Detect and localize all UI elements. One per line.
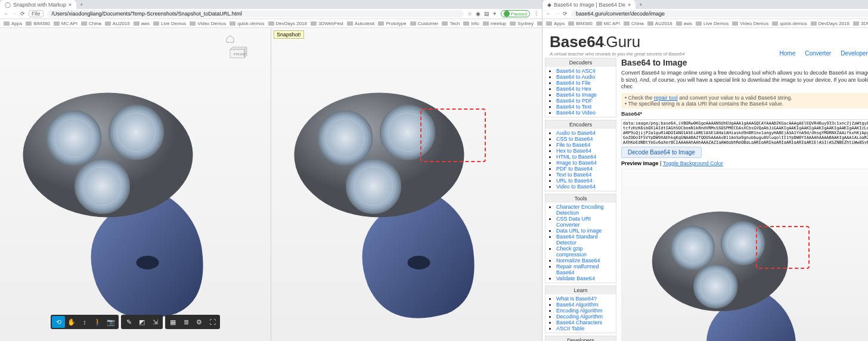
nav-home[interactable]: Home [780, 50, 796, 57]
bookmark-live-demos[interactable]: Live Demos [696, 21, 728, 26]
reload-icon[interactable]: ⟳ [563, 11, 568, 17]
walk-tool[interactable]: 🚶 [91, 316, 104, 328]
bookmark-devdays-2018[interactable]: DevDays 2018 [811, 21, 850, 26]
explode-tool[interactable]: ⇲ [148, 316, 162, 328]
menu-icon[interactable]: ⋮ [534, 11, 538, 17]
bookmark-tech[interactable]: Tech [442, 21, 460, 26]
sidebar-link[interactable]: Encoding Algorithm [556, 308, 603, 314]
toggle-bg-link[interactable]: Toggle Background Color [663, 160, 723, 166]
sidebar-link[interactable]: Base64 to ASCII [556, 68, 596, 74]
bookmark-bim360[interactable]: BIM360 [568, 21, 593, 26]
profile-paused-chip[interactable]: Paused [501, 10, 530, 17]
sidebar-link[interactable]: Base64 Characters [556, 320, 602, 326]
sidebar-link[interactable]: URL to Base64 [556, 178, 593, 184]
section-tool[interactable]: ◩ [135, 316, 148, 328]
camera-tool[interactable]: 📷 [104, 316, 117, 328]
bookmark-au2018[interactable]: AU2018 [105, 21, 130, 26]
sidebar-link[interactable]: Video to Base64 [556, 184, 596, 190]
bookmark-china[interactable]: China [81, 21, 101, 26]
url-field[interactable]: base64.guru/converter/decode/image [571, 10, 868, 17]
sidebar-link[interactable]: HTML to Base64 [556, 154, 596, 160]
bookmark-aws[interactable]: aws [134, 21, 150, 26]
brand-logo[interactable]: Base64.Guru [550, 33, 685, 51]
properties-tool[interactable]: ≣ [179, 316, 193, 328]
sidebar-link[interactable]: ASCII Table [556, 326, 584, 331]
bookmark-mc-api[interactable]: MC API [54, 21, 78, 26]
sidebar-link[interactable]: Base64 to Hex [556, 86, 591, 92]
bookmark-3dwebfest[interactable]: 3DWebFest [311, 21, 343, 26]
sidebar-link[interactable]: Data URL to image [556, 228, 602, 234]
bookmark-sydney[interactable]: Sydney [510, 21, 534, 26]
sidebar-link[interactable]: CSS to Base64 [556, 136, 593, 142]
sidebar-link[interactable]: Base64 to File [556, 80, 591, 86]
sidebar-link[interactable]: Image to Base64 [556, 160, 597, 166]
bookmark-quick-demos[interactable]: quick-demos [230, 21, 264, 26]
sidebar-link[interactable]: Audio to Base64 [556, 130, 596, 136]
fullscreen-tool[interactable]: ⛶ [206, 316, 219, 328]
sidebar-link[interactable]: Base64 to Audio [556, 74, 596, 80]
bookmark-video-demos[interactable]: Video Demos [190, 21, 226, 26]
home-icon[interactable] [225, 34, 235, 44]
sidebar-link[interactable]: Base64 to Text [556, 104, 591, 110]
sidebar-link[interactable]: CSS Data URI Converter [556, 216, 591, 228]
nav-developers[interactable]: Developers [841, 50, 868, 57]
back-icon[interactable]: ← [4, 11, 8, 17]
bookmark-apps[interactable]: Apps [546, 21, 565, 26]
nav-converter[interactable]: Converter [805, 50, 831, 57]
sidebar-link[interactable]: What is Base64? [556, 296, 597, 302]
print-icon[interactable]: ▤ [484, 11, 489, 17]
zoom-tool[interactable]: ↕ [78, 316, 91, 328]
viewer-pane-right[interactable]: Snapshot! [271, 28, 542, 341]
bookmark-3dwebfest[interactable]: 3DWebFest [853, 21, 868, 26]
bookmark-autodesk[interactable]: Autodesk [347, 21, 374, 26]
orbit-tool[interactable]: ⟲ [52, 316, 65, 328]
eye-icon[interactable]: ◉ [476, 11, 480, 17]
bookmark-mc-api[interactable]: MC API [596, 21, 620, 26]
close-tab-icon[interactable]: × [69, 2, 72, 8]
tab-base64guru[interactable]: ◆ Base64 to Image | Base64 De × [542, 0, 636, 9]
bookmark-customer[interactable]: Customer [410, 21, 439, 26]
sidebar-link[interactable]: Base64 Algorithm [556, 302, 599, 308]
bookmark-quick-demos[interactable]: quick-demos [772, 21, 807, 26]
bookmark-apps[interactable]: Apps [4, 21, 22, 26]
decode-button[interactable]: Decode Base64 to Image [621, 147, 702, 158]
bookmark-prototype[interactable]: Prototype [378, 21, 406, 26]
repair-tool-link[interactable]: repair tool [654, 95, 678, 101]
sidebar-link[interactable]: Text to Base64 [556, 172, 592, 178]
bookmark-china[interactable]: China [624, 21, 644, 26]
new-tab-button[interactable]: + [636, 2, 646, 8]
sidebar-link[interactable]: File to Base64 [556, 142, 591, 148]
sidebar-link[interactable]: Check gzip compression [556, 246, 587, 258]
base64-textarea[interactable] [621, 119, 868, 144]
reload-icon[interactable]: ⟳ [20, 11, 25, 17]
sidebar-link[interactable]: Base64 Standard Detector [556, 234, 598, 246]
sidebar-link[interactable]: Base64 to PDF [556, 98, 593, 104]
puzzle-icon[interactable]: ✶ [492, 11, 497, 17]
bookmark-aws[interactable]: aws [676, 21, 692, 26]
bookmark-au2018[interactable]: AU2018 [647, 21, 672, 26]
bookmark-video-demos[interactable]: Video Demos [732, 21, 768, 26]
close-tab-icon[interactable]: × [628, 2, 631, 8]
new-tab-button[interactable]: + [76, 2, 86, 8]
star-icon[interactable]: ☆ [467, 11, 472, 17]
model-browser-tool[interactable]: ▦ [166, 316, 179, 328]
forward-icon[interactable]: → [12, 11, 17, 17]
viewer-pane-left[interactable]: FRONT ⟲ [0, 28, 271, 341]
sidebar-link[interactable]: Repair malformed Base64 [556, 264, 599, 275]
sidebar-link[interactable]: Normalize Base64 [556, 258, 600, 264]
sidebar-link[interactable]: Decoding Algorithm [556, 314, 603, 320]
bookmark-devdays-2018[interactable]: DevDays 2018 [268, 21, 307, 26]
markup-tool[interactable]: ✎ [122, 316, 135, 328]
forward-icon[interactable]: → [554, 11, 559, 17]
tab-snapshot[interactable]: ◯ Snapshot with Markup × [0, 0, 76, 9]
sidebar-link[interactable]: PDF to Base64 [556, 166, 593, 172]
back-icon[interactable]: ← [546, 11, 551, 17]
url-field[interactable]: /Users/xiaodongliang/Documents/Temp-Scre… [47, 10, 464, 17]
bookmark-meetup[interactable]: meetup [483, 21, 507, 26]
sidebar-link[interactable]: Base64 to Image [556, 92, 597, 98]
settings-tool[interactable]: ⚙ [193, 316, 206, 328]
sidebar-link[interactable]: Base64 to Video [556, 110, 596, 116]
bookmark-live-demos[interactable]: Live Demos [153, 21, 186, 26]
pan-tool[interactable]: ✋ [65, 316, 78, 328]
sidebar-link[interactable]: Validate Base64 [556, 275, 595, 281]
